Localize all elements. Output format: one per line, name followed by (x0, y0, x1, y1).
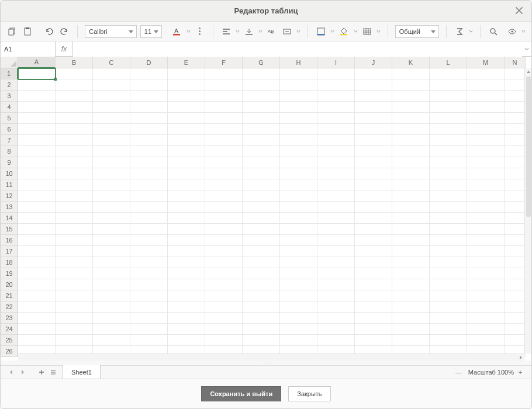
cell[interactable] (205, 224, 243, 235)
cell[interactable] (243, 68, 280, 79)
view-dropdown-icon[interactable] (521, 29, 526, 33)
cell[interactable] (505, 257, 526, 268)
cell[interactable] (18, 190, 56, 202)
formula-input[interactable] (73, 41, 522, 57)
row-header[interactable]: 23 (1, 313, 18, 324)
cell[interactable] (430, 235, 467, 246)
cell[interactable] (93, 301, 130, 313)
column-header[interactable]: L (430, 57, 467, 68)
cell[interactable] (392, 313, 430, 324)
cell[interactable] (317, 335, 355, 346)
cell[interactable] (205, 268, 243, 279)
cell[interactable] (392, 168, 430, 179)
cell[interactable] (243, 146, 280, 157)
sheet-tab[interactable]: Sheet1 (63, 365, 101, 379)
cell[interactable] (317, 113, 355, 124)
column-header[interactable]: G (243, 57, 280, 68)
cell[interactable] (18, 102, 56, 113)
cell[interactable] (355, 179, 392, 190)
zoom-out-icon[interactable]: — (455, 369, 464, 376)
cell[interactable] (505, 224, 526, 235)
row-header[interactable]: 3 (1, 91, 18, 102)
cell[interactable] (168, 202, 205, 213)
cell[interactable] (430, 102, 467, 113)
column-header[interactable]: H (280, 57, 317, 68)
cell[interactable] (18, 246, 56, 257)
cell[interactable] (168, 124, 205, 135)
cell[interactable] (56, 257, 93, 268)
cell[interactable] (430, 91, 467, 102)
cell[interactable] (317, 135, 355, 146)
cell[interactable] (505, 113, 526, 124)
cell[interactable] (205, 279, 243, 290)
cell[interactable] (317, 202, 355, 213)
cell[interactable] (168, 235, 205, 246)
cell[interactable] (130, 135, 168, 146)
cell[interactable] (430, 279, 467, 290)
cell[interactable] (168, 290, 205, 301)
cell[interactable] (130, 68, 168, 79)
row-header[interactable]: 24 (1, 324, 18, 335)
cell[interactable] (205, 190, 243, 202)
cell[interactable] (168, 301, 205, 313)
cell[interactable] (355, 313, 392, 324)
cell[interactable] (430, 146, 467, 157)
cell[interactable] (280, 157, 317, 168)
cell[interactable] (430, 179, 467, 190)
row-header[interactable]: 15 (1, 224, 18, 235)
scroll-right-icon[interactable] (517, 354, 524, 361)
cell[interactable] (505, 235, 526, 246)
cell[interactable] (93, 257, 130, 268)
cell[interactable] (467, 301, 505, 313)
cell[interactable] (168, 168, 205, 179)
cell[interactable] (467, 190, 505, 202)
cell[interactable] (243, 179, 280, 190)
cell[interactable] (392, 124, 430, 135)
number-format-select[interactable]: Общий (395, 25, 439, 38)
cell[interactable] (93, 91, 130, 102)
cell[interactable] (505, 246, 526, 257)
cell[interactable] (392, 324, 430, 335)
cell[interactable] (430, 168, 467, 179)
redo-icon[interactable] (58, 25, 70, 38)
cell[interactable] (317, 157, 355, 168)
cell[interactable] (130, 157, 168, 168)
cell[interactable] (355, 235, 392, 246)
row-header[interactable]: 20 (1, 279, 18, 290)
cell[interactable] (280, 279, 317, 290)
cell[interactable] (56, 202, 93, 213)
cell[interactable] (130, 268, 168, 279)
row-header[interactable]: 26 (1, 346, 18, 357)
cell[interactable] (56, 124, 93, 135)
cell[interactable] (392, 301, 430, 313)
row-header[interactable]: 6 (1, 124, 18, 135)
cell[interactable] (93, 290, 130, 301)
cell[interactable] (130, 301, 168, 313)
cell[interactable] (317, 268, 355, 279)
font-select[interactable]: Calibri (85, 25, 137, 38)
cell[interactable] (205, 157, 243, 168)
cell[interactable] (243, 301, 280, 313)
cell[interactable] (243, 124, 280, 135)
cell[interactable] (505, 179, 526, 190)
cell[interactable] (205, 168, 243, 179)
cell[interactable] (56, 268, 93, 279)
cell[interactable] (355, 135, 392, 146)
cell[interactable] (93, 190, 130, 202)
cell[interactable] (243, 213, 280, 224)
row-header[interactable]: 11 (1, 179, 18, 190)
align-v-dropdown-icon[interactable] (258, 29, 262, 33)
cell[interactable] (18, 279, 56, 290)
cell[interactable] (93, 246, 130, 257)
cell[interactable] (168, 102, 205, 113)
cell[interactable] (280, 313, 317, 324)
cell[interactable] (355, 224, 392, 235)
cell[interactable] (243, 246, 280, 257)
cell[interactable] (505, 157, 526, 168)
cell[interactable] (392, 290, 430, 301)
cell[interactable] (93, 224, 130, 235)
cell[interactable] (56, 135, 93, 146)
cell[interactable] (467, 224, 505, 235)
cell[interactable] (168, 335, 205, 346)
cell[interactable] (18, 268, 56, 279)
